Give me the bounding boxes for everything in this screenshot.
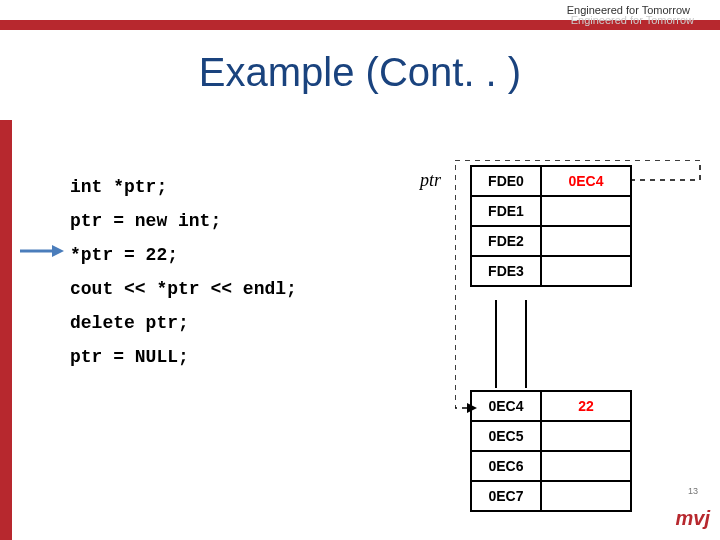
code-line: ptr = new int; [70,204,297,238]
table-row: 0EC6 [471,451,631,481]
table-row: 0EC5 [471,421,631,451]
cell-val: 0EC4 [541,166,631,196]
cell-addr: FDE1 [471,196,541,226]
code-line: *ptr = 22; [70,238,297,272]
connector-line [495,300,497,388]
cell-val [541,256,631,286]
code-line: delete ptr; [70,306,297,340]
memory-table-top: FDE00EC4 FDE1 FDE2 FDE3 [470,165,632,287]
code-block: int *ptr; ptr = new int; *ptr = 22; cout… [70,170,297,374]
code-line: int *ptr; [70,170,297,204]
cell-addr: 0EC4 [471,391,541,421]
cell-addr: FDE3 [471,256,541,286]
table-row: 0EC422 [471,391,631,421]
table-row: FDE1 [471,196,631,226]
table-row: FDE00EC4 [471,166,631,196]
table-row: 0EC7 [471,481,631,511]
arrow-icon [18,243,64,259]
memory-table-bottom: 0EC422 0EC5 0EC6 0EC7 [470,390,632,512]
table-row: FDE2 [471,226,631,256]
cell-addr: 0EC7 [471,481,541,511]
code-line: ptr = NULL; [70,340,297,374]
cell-val [541,421,631,451]
cell-addr: FDE2 [471,226,541,256]
ptr-label: ptr [420,170,441,191]
code-line: cout << *ptr << endl; [70,272,297,306]
cell-val [541,451,631,481]
svg-marker-1 [52,245,64,257]
cell-addr: 0EC5 [471,421,541,451]
logo: mvj [676,507,710,530]
connector-line [525,300,527,388]
page-number: 13 [688,486,698,496]
cell-addr: 0EC6 [471,451,541,481]
cell-val [541,481,631,511]
cell-val: 22 [541,391,631,421]
cell-val [541,196,631,226]
sidebar-accent [0,120,12,540]
cell-addr: FDE0 [471,166,541,196]
cell-val [541,226,631,256]
page-title: Example (Cont. . ) [0,50,720,95]
table-row: FDE3 [471,256,631,286]
tagline: Engineered for Tomorrow [567,4,690,16]
